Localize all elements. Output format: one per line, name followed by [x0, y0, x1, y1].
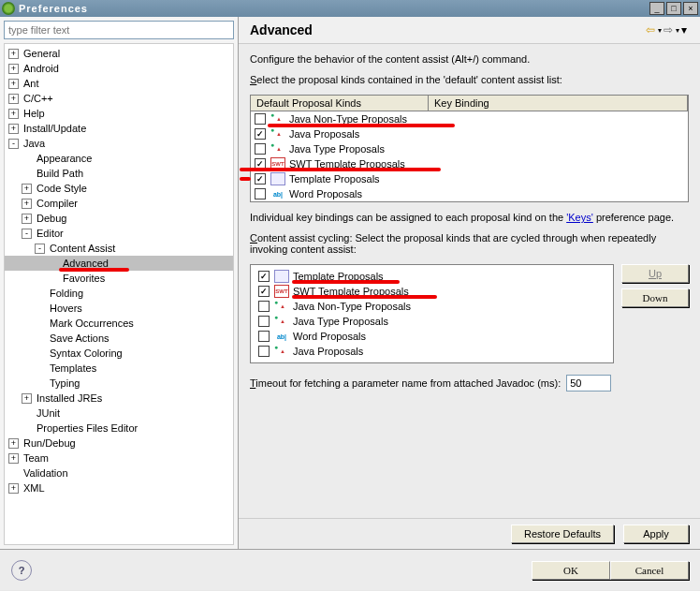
proposal-label: Java Type Proposals — [289, 143, 385, 155]
th-binding[interactable]: Key Binding — [429, 96, 688, 111]
tree-node-validation[interactable]: Validation — [5, 465, 233, 480]
tree-node-compiler[interactable]: +Compiler — [5, 196, 233, 211]
up-button[interactable]: Up — [621, 264, 689, 283]
tree-node-appearance[interactable]: Appearance — [5, 151, 233, 166]
tree-node-code-style[interactable]: +Code Style — [5, 181, 233, 196]
checkbox[interactable] — [258, 271, 270, 282]
checkbox[interactable] — [258, 316, 270, 327]
tree-node-installed-jres[interactable]: +Installed JREs — [5, 391, 233, 406]
checkbox[interactable] — [258, 286, 270, 297]
expander-icon[interactable]: + — [22, 184, 32, 194]
app-icon — [2, 2, 15, 15]
proposal-row[interactable]: ab|Word Proposals — [251, 186, 688, 201]
proposal-row[interactable]: Java Type Proposals — [255, 314, 609, 329]
proposal-row[interactable]: Template Proposals — [255, 269, 609, 284]
checkbox[interactable] — [255, 113, 266, 125]
expander-icon[interactable]: + — [8, 49, 19, 59]
proposal-row[interactable]: Template Proposals — [251, 171, 688, 186]
minimize-button[interactable]: _ — [649, 2, 664, 15]
expander-icon[interactable]: + — [22, 214, 32, 224]
proposal-row[interactable]: Java Non-Type Proposals — [251, 111, 688, 126]
checkbox[interactable] — [258, 346, 270, 357]
down-button[interactable]: Down — [621, 288, 689, 307]
tree-node-content-assist[interactable]: -Content Assist — [5, 241, 233, 256]
checkbox[interactable] — [255, 173, 266, 185]
tree-node-syntax-coloring[interactable]: Syntax Coloring — [5, 346, 233, 361]
expander-icon[interactable]: - — [22, 229, 32, 239]
cancel-button[interactable]: Cancel — [610, 561, 689, 580]
tree-node-general[interactable]: +General — [5, 46, 233, 61]
proposal-label: Java Type Proposals — [293, 316, 388, 327]
proposal-row[interactable]: Java Non-Type Proposals — [255, 299, 609, 314]
tree-node-advanced[interactable]: Advanced — [5, 256, 233, 271]
tree-node-build-path[interactable]: Build Path — [5, 166, 233, 181]
dialog-footer: ? OK Cancel — [0, 549, 700, 590]
nav-back-icon[interactable]: ⇦ — [646, 23, 655, 37]
expander-icon[interactable]: - — [35, 244, 45, 254]
java-icon — [274, 315, 289, 328]
expander-icon[interactable]: + — [22, 393, 32, 404]
checkbox[interactable] — [258, 331, 270, 342]
nav-menu-icon[interactable]: ▾ — [681, 23, 687, 37]
tree-node-editor[interactable]: -Editor — [5, 226, 233, 241]
tree-node-folding[interactable]: Folding — [5, 286, 233, 301]
expander-icon[interactable]: + — [8, 438, 19, 449]
close-button[interactable]: × — [683, 2, 698, 15]
expander-icon[interactable]: + — [8, 79, 19, 89]
proposal-label: Java Proposals — [289, 128, 359, 140]
filter-box[interactable] — [4, 21, 234, 39]
nav-back-menu[interactable]: ▾ — [658, 26, 662, 35]
help-icon[interactable]: ? — [11, 560, 32, 581]
proposal-row[interactable]: Java Type Proposals — [251, 141, 688, 156]
tree-node-java[interactable]: -Java — [5, 136, 233, 151]
expander-icon[interactable]: + — [8, 94, 19, 104]
tree-node-android[interactable]: +Android — [5, 61, 233, 76]
proposal-row[interactable]: Java Proposals — [251, 126, 688, 141]
tree-node-help[interactable]: +Help — [5, 106, 233, 121]
tree-node-debug[interactable]: +Debug — [5, 211, 233, 226]
nav-forward-icon[interactable]: ⇨ — [664, 23, 673, 37]
checkbox[interactable] — [255, 143, 266, 155]
maximize-button[interactable]: □ — [666, 2, 681, 15]
filter-input[interactable] — [5, 22, 233, 38]
tree-node-typing[interactable]: Typing — [5, 376, 233, 391]
expander-icon[interactable]: - — [8, 139, 19, 149]
nav-forward-menu[interactable]: ▾ — [676, 26, 679, 35]
tree-node-templates[interactable]: Templates — [5, 361, 233, 376]
tree-node-mark-occurrences[interactable]: Mark Occurrences — [5, 316, 233, 331]
word-icon: ab| — [270, 187, 285, 200]
tree-node-xml[interactable]: +XML — [5, 480, 233, 495]
keys-link[interactable]: 'Keys' — [566, 212, 593, 223]
checkbox[interactable] — [258, 301, 270, 312]
proposal-row[interactable]: SWTSWT Template Proposals — [255, 284, 609, 299]
expander-icon[interactable]: + — [8, 483, 19, 494]
tree-node-properties-files-editor[interactable]: Properties Files Editor — [5, 421, 233, 436]
tree-node-install-update[interactable]: +Install/Update — [5, 121, 233, 136]
proposal-row[interactable]: Java Proposals — [255, 344, 609, 359]
java-icon — [274, 300, 289, 313]
apply-button[interactable]: Apply — [623, 525, 689, 543]
th-kinds[interactable]: Default Proposal Kinds — [251, 96, 429, 111]
tree-node-hovers[interactable]: Hovers — [5, 301, 233, 316]
proposal-row[interactable]: SWTSWT Template Proposals — [251, 156, 688, 171]
tree-node-c-c-[interactable]: +C/C++ — [5, 91, 233, 106]
expander-icon[interactable]: + — [8, 124, 19, 134]
tree-node-run-debug[interactable]: +Run/Debug — [5, 436, 233, 451]
tree-node-save-actions[interactable]: Save Actions — [5, 331, 233, 346]
timeout-input[interactable] — [566, 375, 611, 392]
expander-icon[interactable]: + — [8, 64, 19, 74]
tree-node-team[interactable]: +Team — [5, 451, 233, 465]
expander-icon[interactable]: + — [8, 109, 19, 119]
restore-defaults-button[interactable]: Restore Defaults — [511, 525, 614, 543]
expander-icon[interactable]: + — [22, 199, 32, 209]
expander-icon[interactable]: + — [8, 453, 19, 464]
ok-button[interactable]: OK — [532, 561, 610, 580]
proposal-row[interactable]: ab|Word Proposals — [255, 329, 609, 344]
cycling-label: Content assist cycling: Select the propo… — [250, 232, 689, 255]
tree-node-ant[interactable]: +Ant — [5, 76, 233, 91]
tree-node-junit[interactable]: JUnit — [5, 406, 233, 421]
tree-node-favorites[interactable]: Favorites — [5, 271, 233, 286]
checkbox[interactable] — [255, 188, 266, 199]
checkbox[interactable] — [255, 128, 266, 140]
nav-tree[interactable]: +General+Android+Ant+C/C+++Help+Install/… — [4, 43, 234, 545]
